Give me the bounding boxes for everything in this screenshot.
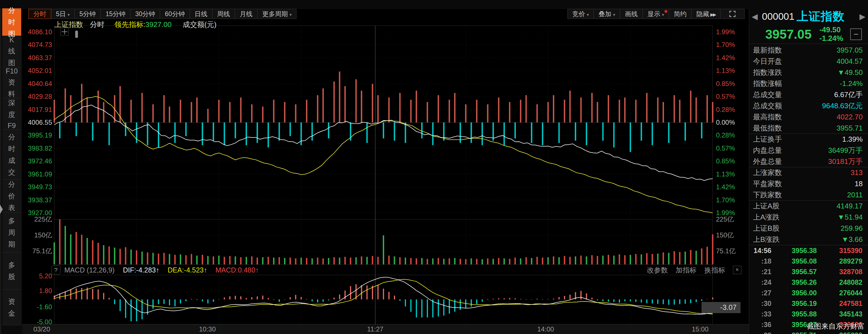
svg-text:150亿: 150亿	[34, 231, 52, 239]
caret-down-icon: ▾	[662, 12, 664, 17]
toolbar-button-显示[interactable]: 显示▾	[643, 9, 669, 19]
svg-text:1.70%: 1.70%	[716, 41, 735, 49]
svg-text:0.28%: 0.28%	[716, 106, 735, 113]
svg-text:-1.60: -1.60	[37, 303, 52, 311]
toolbar-button-日线[interactable]: 日线	[190, 9, 212, 19]
toolbar-button-分时[interactable]: 分时	[28, 9, 51, 19]
svg-text:1.13%: 1.13%	[716, 170, 735, 178]
lead-indicator-label: 领先指标:	[115, 20, 145, 30]
svg-text:5.20: 5.20	[39, 272, 52, 280]
svg-text:4040.64: 4040.64	[28, 80, 52, 87]
tick-row: :213956.57328708	[749, 266, 868, 277]
svg-text:225亿: 225亿	[34, 215, 52, 223]
stock-name: 上证指数	[797, 9, 859, 24]
quote-row-上证A股: 上证A股4149.17	[749, 201, 868, 212]
toolbar-button-更多周期[interactable]: 更多周期▾	[257, 9, 297, 19]
svg-text:4086.10: 4086.10	[28, 28, 52, 36]
top-menu-bar	[0, 0, 868, 9]
chart-period-label: 分时	[90, 20, 104, 30]
toolbar-button-15分钟[interactable]: 15分钟	[100, 9, 130, 19]
sidebar-tab-分时图[interactable]: 分时图	[2, 8, 21, 36]
quote-row-上证换手: 上证换手1.39%	[749, 133, 868, 145]
toolbar-button-叠加[interactable]: 叠加▾	[593, 9, 620, 19]
svg-text:-3.07: -3.07	[720, 303, 737, 311]
svg-text:0.85%: 0.85%	[716, 80, 735, 87]
svg-text:3983.82: 3983.82	[28, 145, 52, 152]
add-indicator-button[interactable]: 加指标	[676, 266, 696, 275]
svg-text:0.57%: 0.57%	[716, 93, 735, 100]
sidebar-tab-多周期[interactable]: 多周期	[2, 213, 21, 252]
intraday-chart[interactable]: 4086.101.99%4074.731.70%4063.371.42%4052…	[22, 8, 749, 334]
svg-text:75.1亿: 75.1亿	[32, 247, 52, 255]
svg-text:3972.46: 3972.46	[28, 157, 52, 165]
chart-title-bar: 上证指数 分时 领先指标: 3927.00 成交额(元)	[54, 20, 217, 29]
tick-list[interactable]: 14:563956.38315390:183956.08289279:21395…	[749, 245, 868, 334]
toolbar-button-画线[interactable]: 画线	[620, 9, 643, 19]
last-price: 3957.05	[765, 27, 811, 42]
caret-down-icon: ▾	[613, 12, 615, 17]
sidebar-tab-资金[interactable]: 资金	[2, 290, 21, 325]
svg-text:0.57%: 0.57%	[716, 145, 735, 152]
tick-row: :333955.88345143	[749, 309, 868, 319]
sidebar-tab-K线图[interactable]: K线图	[2, 36, 21, 67]
svg-text:4063.37: 4063.37	[28, 54, 52, 62]
quote-row-上A涨跌: 上A涨跌▼51.94	[749, 212, 868, 223]
stock-code: 000001	[762, 11, 795, 22]
svg-text:15:00: 15:00	[692, 325, 709, 333]
svg-text:1.70%: 1.70%	[716, 196, 735, 204]
quote-price-block: 3957.05 -49.50 -1.24% −	[749, 25, 868, 44]
watermark-text: 截图来自东方财富	[807, 322, 865, 331]
svg-text:4006.55: 4006.55	[28, 119, 52, 126]
toolbar-button-周线[interactable]: 周线	[212, 9, 235, 19]
macd-dea-readout: DEA:-4.523↑	[167, 266, 207, 274]
quote-row-外盘总量: 外盘总量30181万手	[749, 156, 868, 167]
sidebar-tab-分价表[interactable]: 分价表	[2, 180, 21, 213]
sidebar-expand-arrow-icon[interactable]	[0, 203, 3, 215]
quote-row-今日开盘: 今日开盘4004.57	[749, 56, 868, 67]
svg-text:0.28%: 0.28%	[716, 131, 735, 139]
next-stock-icon[interactable]: ▶	[859, 12, 866, 21]
toolbar-button-5日[interactable]: 5日▾	[51, 9, 74, 19]
svg-text:3995.19: 3995.19	[28, 131, 52, 139]
toolbar-button-竞价[interactable]: 竞价▾	[567, 9, 594, 19]
quote-panel: ◀ 000001 上证指数 ▶ 3957.05 -49.50 -1.24% − …	[749, 8, 868, 334]
change-params-button[interactable]: 改参数	[647, 266, 668, 275]
svg-text:0.85%: 0.85%	[716, 157, 735, 165]
quote-row-指数涨幅: 指数涨幅-1.24%	[749, 78, 868, 89]
fullscreen-expand-icon[interactable]	[720, 9, 745, 19]
sidebar-tab-深度F9[interactable]: 深度F9	[2, 98, 21, 130]
sidebar-tab-F10资料[interactable]: F10资料	[2, 67, 21, 98]
svg-text:150亿: 150亿	[716, 231, 734, 239]
quote-row-上B涨跌: 上B涨跌▼3.66	[749, 234, 868, 245]
switch-indicator-button[interactable]: 换指标	[704, 266, 725, 275]
chart-index-name: 上证指数	[54, 20, 83, 30]
period-toolbar: 分时5日▾5分钟15分钟30分钟60分钟日线周线月线更多周期▾ 竞价▾叠加▾画线…	[22, 9, 749, 19]
sidebar-tab-分时成交[interactable]: 分时成交	[2, 130, 21, 180]
svg-text:1.42%: 1.42%	[716, 183, 735, 191]
sidebar-tab-多股[interactable]: 多股	[2, 252, 21, 290]
svg-text:225亿: 225亿	[716, 215, 734, 223]
toolbar-button-隐藏[interactable]: 隐藏▶▶	[691, 9, 720, 19]
svg-text:1.99%: 1.99%	[716, 28, 735, 36]
svg-text:1.80: 1.80	[39, 287, 52, 295]
tick-row: :273956.00276044	[749, 287, 868, 298]
notification-dot-icon	[664, 10, 667, 13]
quote-row-下跌家数: 下跌家数2011	[749, 189, 868, 201]
svg-text:1.13%: 1.13%	[716, 67, 735, 74]
svg-text:0.00%: 0.00%	[716, 119, 735, 126]
quote-row-上证B股: 上证B股259.96	[749, 223, 868, 234]
toolbar-button-5分钟[interactable]: 5分钟	[74, 9, 101, 19]
toolbar-button-月线[interactable]: 月线	[235, 9, 257, 19]
collapse-panel-button[interactable]: −	[850, 28, 862, 40]
toolbar-button-30分钟[interactable]: 30分钟	[130, 9, 160, 19]
prev-stock-icon[interactable]: ◀	[751, 12, 758, 21]
quote-row-最低指数: 最低指数3955.71	[749, 122, 868, 133]
svg-text:1.42%: 1.42%	[716, 54, 735, 62]
help-icon[interactable]: ?	[52, 266, 60, 274]
close-indicator-icon[interactable]: ×	[733, 266, 741, 274]
tick-row: :243956.26248082	[749, 277, 868, 287]
toolbar-button-简约[interactable]: 简约	[669, 9, 691, 19]
quote-row-平盘家数: 平盘家数18	[749, 178, 868, 189]
toolbar-button-60分钟[interactable]: 60分钟	[160, 9, 190, 19]
caret-down-icon: ▾	[289, 12, 292, 17]
